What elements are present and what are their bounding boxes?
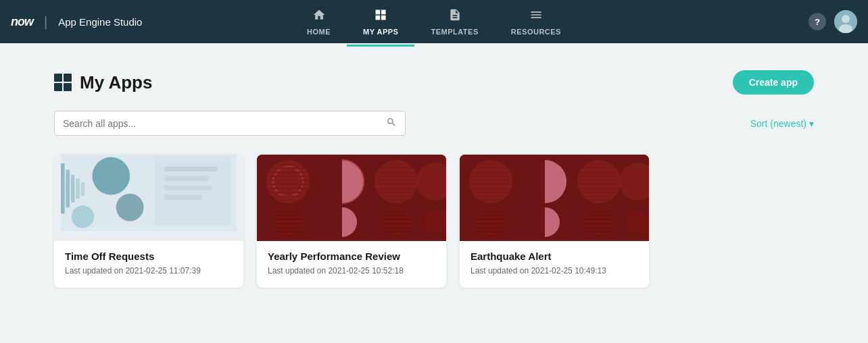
app-card-time-off[interactable]: Time Off Requests Last updated on 2021-0… [54, 155, 243, 288]
card-body-yearly-review: Yearly Performance Review Last updated o… [257, 241, 446, 288]
card-title-yearly-review: Yearly Performance Review [268, 250, 435, 262]
page-title: My Apps [80, 72, 152, 93]
svg-point-9 [92, 157, 130, 195]
nav-resources-label: RESOURCES [511, 28, 561, 36]
nav-home-label: HOME [307, 28, 331, 36]
app-card-earthquake-alert[interactable]: Earthquake Alert Last updated on 2021-02… [460, 155, 649, 288]
card-thumbnail-time-off [54, 155, 243, 241]
home-icon [312, 8, 326, 25]
nav-resources[interactable]: RESOURCES [495, 3, 577, 41]
svg-rect-12 [164, 167, 218, 172]
svg-point-1 [842, 15, 850, 23]
svg-point-16 [72, 205, 94, 228]
svg-rect-15 [164, 195, 202, 200]
svg-rect-14 [164, 186, 212, 190]
nav-templates[interactable]: TEMPLATES [414, 3, 494, 41]
my-apps-icon-large [54, 74, 72, 91]
search-icon [386, 117, 397, 130]
brand-divider: | [44, 14, 47, 30]
nav-items: HOME MY APPS TEMPLATES [291, 3, 577, 41]
brand-area: now | App Engine Studio [11, 14, 142, 30]
app-card-yearly-review[interactable]: Yearly Performance Review Last updated o… [257, 155, 446, 288]
nav-right: ? [809, 10, 857, 33]
app-name-label: App Engine Studio [58, 16, 142, 28]
card-title-earthquake-alert: Earthquake Alert [471, 250, 638, 262]
search-input[interactable] [63, 118, 386, 129]
apps-grid: Time Off Requests Last updated on 2021-0… [54, 155, 814, 288]
svg-point-10 [116, 194, 144, 221]
resources-icon [529, 8, 543, 25]
create-app-button[interactable]: Create app [733, 70, 814, 95]
svg-rect-13 [164, 176, 208, 181]
nav-my-apps-label: MY APPS [363, 28, 398, 36]
chevron-down-icon: ▾ [809, 118, 814, 129]
nav-templates-label: TEMPLATES [431, 28, 478, 36]
nav-my-apps[interactable]: MY APPS [347, 3, 414, 41]
top-navigation: now | App Engine Studio HOME MY APPS [0, 0, 868, 43]
card-subtitle-yearly-review: Last updated on 2021-02-25 10:52:18 [268, 266, 435, 275]
now-logo[interactable]: now [11, 15, 33, 29]
card-body-time-off: Time Off Requests Last updated on 2021-0… [54, 241, 243, 288]
sort-button[interactable]: Sort (newest) ▾ [750, 118, 814, 129]
svg-rect-7 [76, 178, 80, 199]
my-apps-icon [374, 8, 387, 25]
help-button[interactable]: ? [809, 13, 826, 30]
card-thumbnail-earthquake-alert [460, 155, 649, 241]
card-thumbnail-yearly-review [257, 155, 446, 241]
now-logo-text: now [11, 15, 33, 29]
svg-rect-8 [81, 182, 85, 196]
nav-home[interactable]: HOME [291, 3, 347, 41]
user-avatar[interactable] [834, 10, 857, 33]
svg-rect-4 [61, 163, 65, 213]
main-content: My Apps Create app Sort (newest) ▾ [0, 43, 868, 315]
svg-rect-5 [66, 169, 70, 207]
search-sort-row: Sort (newest) ▾ [54, 111, 814, 136]
svg-rect-6 [71, 175, 75, 203]
sort-label: Sort (newest) [750, 118, 806, 129]
templates-icon [448, 8, 462, 25]
page-header: My Apps Create app [54, 70, 814, 95]
card-body-earthquake-alert: Earthquake Alert Last updated on 2021-02… [460, 241, 649, 288]
card-subtitle-earthquake-alert: Last updated on 2021-02-25 10:49:13 [471, 266, 638, 275]
search-box [54, 111, 406, 136]
card-subtitle-time-off: Last updated on 2021-02-25 11:07:39 [65, 266, 233, 275]
page-title-group: My Apps [54, 72, 152, 93]
card-title-time-off: Time Off Requests [65, 250, 233, 262]
